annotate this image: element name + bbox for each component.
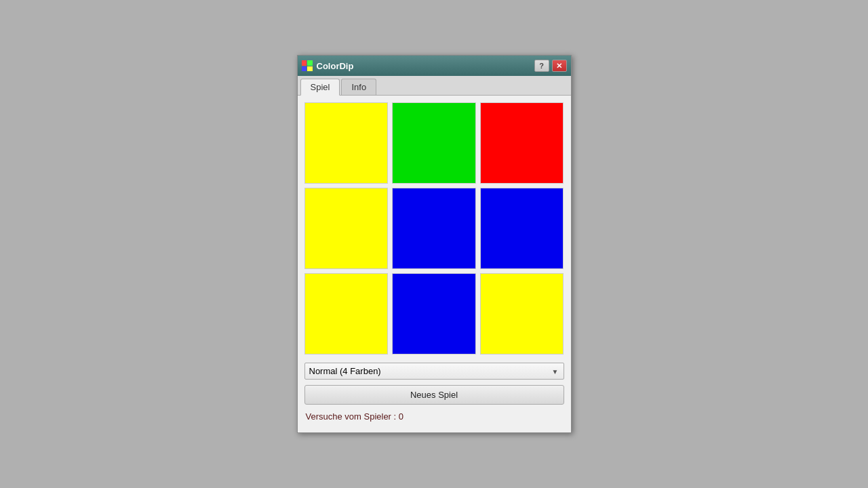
title-bar-buttons: ? ✕	[534, 60, 567, 72]
grid-cell-4[interactable]	[392, 188, 476, 269]
grid-cell-6[interactable]	[304, 273, 389, 354]
help-button[interactable]: ?	[534, 60, 549, 72]
difficulty-select[interactable]: Einfach (2 Farben) Normal (4 Farben) Sch…	[304, 363, 564, 380]
main-window: ColorDip ? ✕ Spiel Info	[297, 55, 572, 433]
color-grid	[304, 102, 564, 354]
close-button[interactable]: ✕	[552, 60, 567, 72]
grid-cell-8[interactable]	[480, 273, 564, 354]
status-label: Versuche vom Spieler : 0	[304, 411, 564, 426]
tab-content: Einfach (2 Farben) Normal (4 Farben) Sch…	[298, 96, 571, 432]
tab-bar: Spiel Info	[298, 76, 571, 96]
dropdown-wrapper: Einfach (2 Farben) Normal (4 Farben) Sch…	[304, 363, 564, 380]
grid-cell-5[interactable]	[480, 188, 564, 269]
grid-cell-2[interactable]	[480, 102, 564, 184]
tab-info[interactable]: Info	[341, 79, 376, 95]
tab-spiel[interactable]: Spiel	[300, 79, 340, 96]
grid-cell-0[interactable]	[304, 102, 389, 184]
window-body: Spiel Info Einfach (2 Farben	[298, 76, 571, 432]
new-game-button[interactable]: Neues Spiel	[304, 385, 564, 405]
difficulty-row: Einfach (2 Farben) Normal (4 Farben) Sch…	[304, 363, 564, 380]
grid-cell-3[interactable]	[304, 188, 389, 269]
title-bar-left: ColorDip	[302, 60, 354, 71]
title-bar: ColorDip ? ✕	[298, 56, 571, 76]
grid-cell-1[interactable]	[392, 102, 476, 184]
window-title: ColorDip	[317, 61, 354, 71]
grid-cell-7[interactable]	[392, 273, 476, 354]
colordip-icon	[302, 60, 313, 71]
